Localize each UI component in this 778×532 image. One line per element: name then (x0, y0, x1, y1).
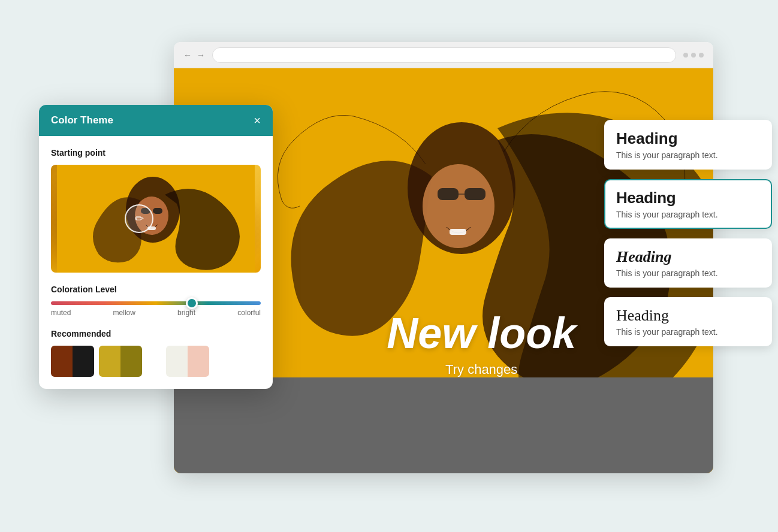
slider-label-mellow: mellow (113, 309, 135, 317)
starting-point-label: Starting point (51, 148, 261, 158)
dialog-title: Color Theme (51, 114, 113, 126)
swatch-spacer (147, 346, 161, 377)
dot-3 (699, 53, 704, 58)
slider-label-muted: muted (51, 309, 71, 317)
hero-text-block: New look Try changes (387, 310, 576, 377)
theme-card-3[interactable]: Heading This is your paragraph text. (604, 238, 772, 288)
image-preview[interactable]: ✏ (51, 165, 261, 273)
card-1-heading: Heading (616, 129, 760, 148)
dot-2 (691, 53, 696, 58)
swatch-1b (73, 346, 94, 377)
card-3-paragraph: This is your paragraph text. (616, 268, 760, 278)
swatch-group-1[interactable] (51, 346, 94, 377)
card-4-heading: Heading (616, 307, 760, 325)
card-4-paragraph: This is your paragraph text. (616, 327, 760, 337)
svg-rect-3 (438, 188, 459, 200)
swatch-3b (188, 346, 209, 377)
color-theme-dialog: Color Theme × Starting point ✏ (39, 105, 273, 389)
hero-subtitle: Try changes (387, 362, 576, 377)
theme-card-4[interactable]: Heading This is your paragraph text. (604, 297, 772, 346)
preview-svg (51, 165, 261, 273)
pencil-icon: ✏ (135, 212, 144, 225)
url-bar[interactable] (212, 47, 676, 63)
card-3-heading: Heading (616, 248, 760, 266)
browser-toolbar: ← → (174, 42, 713, 68)
browser-nav: ← → (183, 50, 205, 60)
browser-menu-dots (683, 53, 704, 58)
hero-bottom-strip (174, 377, 713, 473)
slider-label-colorful: colorful (237, 309, 261, 317)
dialog-close-button[interactable]: × (254, 114, 261, 126)
svg-rect-6 (450, 229, 466, 235)
slider-label-bright: bright (177, 309, 195, 317)
svg-point-1 (408, 122, 515, 254)
svg-rect-4 (465, 188, 486, 200)
coloration-section: Coloration Level muted mellow bright col… (51, 285, 261, 317)
swatch-1a (51, 346, 73, 377)
color-swatches (51, 346, 261, 377)
card-1-paragraph: This is your paragraph text. (616, 150, 760, 160)
recommended-label: Recommended (51, 329, 261, 338)
svg-point-2 (423, 164, 494, 248)
forward-arrow-icon[interactable]: → (197, 50, 205, 60)
theme-cards-panel: Heading This is your paragraph text. Hea… (604, 120, 772, 346)
coloration-level-label: Coloration Level (51, 285, 261, 294)
swatch-group-3[interactable] (166, 346, 209, 377)
swatch-group-2[interactable] (99, 346, 142, 377)
theme-card-1[interactable]: Heading This is your paragraph text. (604, 120, 772, 170)
dialog-body: Starting point ✏ Coloration Level (39, 136, 273, 389)
slider-container (51, 301, 261, 305)
theme-card-2[interactable]: Heading This is your paragraph text. (604, 179, 772, 229)
slider-track[interactable] (51, 301, 261, 305)
dialog-header: Color Theme × (39, 105, 273, 136)
swatch-2a (99, 346, 120, 377)
card-2-heading: Heading (616, 189, 760, 207)
svg-rect-11 (153, 208, 162, 214)
recommended-section: Recommended (51, 329, 261, 377)
swatch-2b (120, 346, 142, 377)
hero-title: New look (387, 310, 576, 357)
slider-labels: muted mellow bright colorful (51, 309, 261, 317)
dot-1 (683, 53, 688, 58)
slider-thumb[interactable] (186, 297, 198, 309)
back-arrow-icon[interactable]: ← (183, 50, 192, 60)
card-2-paragraph: This is your paragraph text. (616, 210, 760, 219)
edit-button[interactable]: ✏ (125, 204, 153, 233)
swatch-3a (166, 346, 188, 377)
